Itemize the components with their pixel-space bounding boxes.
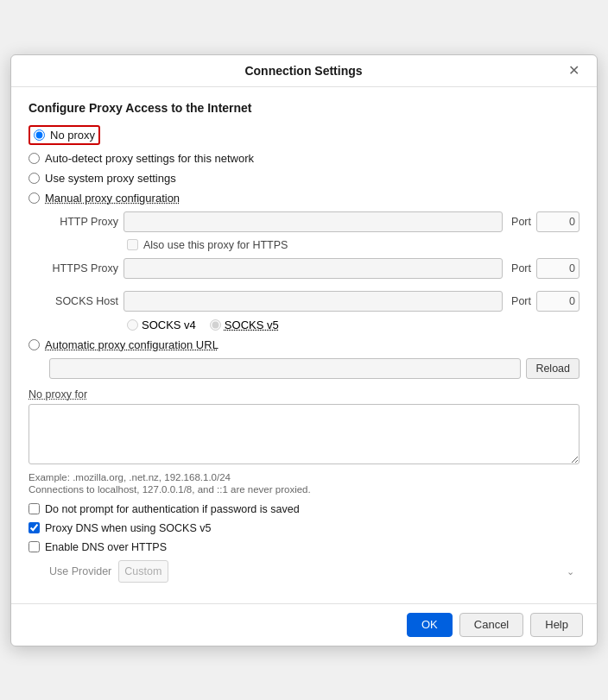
auto-proxy-url-option[interactable]: Automatic proxy configuration URL <box>28 338 580 351</box>
bottom-checkboxes: Do not prompt for authentication if pass… <box>28 503 580 583</box>
http-proxy-label: HTTP Proxy <box>49 216 118 228</box>
section-title: Configure Proxy Access to the Internet <box>28 101 580 115</box>
socks-v5-label[interactable]: SOCKS v5 <box>225 318 279 331</box>
https-proxy-label: HTTPS Proxy <box>49 262 118 274</box>
also-use-https-row: Also use this proxy for HTTPS <box>127 239 580 251</box>
manual-proxy-label[interactable]: Manual proxy configuration <box>45 192 180 205</box>
dialog-body: Configure Proxy Access to the Internet N… <box>11 87 597 596</box>
socks-v4-option[interactable]: SOCKS v4 <box>127 318 196 331</box>
reload-button[interactable]: Reload <box>526 358 580 379</box>
auto-detect-label[interactable]: Auto-detect proxy settings for this netw… <box>45 152 254 165</box>
auto-proxy-label[interactable]: Automatic proxy configuration URL <box>45 338 218 351</box>
auto-proxy-input-row: Reload <box>49 358 580 379</box>
proxy-dns-text: Proxy DNS when using SOCKS v5 <box>45 522 211 534</box>
enable-dns-https-checkbox[interactable] <box>28 541 40 552</box>
enable-dns-https-label[interactable]: Enable DNS over HTTPS <box>45 541 167 553</box>
socks-v5-option[interactable]: SOCKS v5 <box>210 318 279 331</box>
also-use-https-label[interactable]: Also use this proxy for HTTPS <box>143 239 288 251</box>
no-auth-prompt-label[interactable]: Do not prompt for authentication if pass… <box>45 503 300 515</box>
cancel-button[interactable]: Cancel <box>459 613 523 637</box>
socks-host-input[interactable] <box>124 291 503 312</box>
no-auth-prompt-checkbox[interactable] <box>28 503 40 514</box>
dialog-title: Connection Settings <box>42 64 565 78</box>
connection-settings-dialog: Connection Settings ✕ Configure Proxy Ac… <box>10 54 598 646</box>
socks-port-label: Port <box>511 295 531 307</box>
auto-detect-option[interactable]: Auto-detect proxy settings for this netw… <box>28 152 580 165</box>
https-port-input[interactable] <box>536 258 580 279</box>
socks-host-label: SOCKS Host <box>49 295 118 307</box>
use-provider-row: Use Provider Custom ⌄ <box>49 560 580 583</box>
provider-select-wrapper: Custom ⌄ <box>118 560 580 583</box>
https-proxy-input[interactable] <box>124 258 503 279</box>
auto-proxy-radio[interactable] <box>28 339 40 350</box>
socks-v5-radio[interactable] <box>210 319 221 331</box>
ok-button[interactable]: OK <box>407 613 453 637</box>
help-button[interactable]: Help <box>530 613 583 637</box>
system-proxy-label[interactable]: Use system proxy settings <box>45 172 176 185</box>
enable-dns-https-text: Enable DNS over HTTPS <box>45 541 167 553</box>
no-auth-prompt-row: Do not prompt for authentication if pass… <box>28 503 580 515</box>
auto-proxy-url-input[interactable] <box>49 358 521 379</box>
manual-proxy-radio[interactable] <box>28 192 40 204</box>
provider-select[interactable]: Custom <box>118 560 168 583</box>
http-port-input[interactable] <box>536 211 580 232</box>
no-proxy-radio[interactable] <box>34 129 45 141</box>
enable-dns-https-row: Enable DNS over HTTPS <box>28 541 580 553</box>
http-proxy-row: HTTP Proxy Port <box>49 211 580 232</box>
use-provider-label: Use Provider <box>49 565 111 577</box>
http-proxy-input[interactable] <box>124 211 503 232</box>
proxy-dns-row: Proxy DNS when using SOCKS v5 <box>28 522 580 534</box>
http-port-label: Port <box>511 216 531 228</box>
manual-proxy-fields: HTTP Proxy Port Also use this proxy for … <box>49 211 580 331</box>
socks-version-row: SOCKS v4 SOCKS v5 <box>127 318 580 331</box>
proxy-dns-label[interactable]: Proxy DNS when using SOCKS v5 <box>45 522 211 534</box>
socks-host-row: SOCKS Host Port <box>49 291 580 312</box>
no-proxy-label[interactable]: No proxy <box>50 129 95 142</box>
auto-detect-radio[interactable] <box>28 153 40 164</box>
socks-v4-label[interactable]: SOCKS v4 <box>142 318 196 331</box>
close-button[interactable]: ✕ <box>565 64 583 78</box>
https-port-label: Port <box>511 262 531 274</box>
manual-proxy-option[interactable]: Manual proxy configuration <box>28 192 580 205</box>
no-proxy-option[interactable]: No proxy <box>28 125 100 145</box>
socks-v4-radio[interactable] <box>127 319 138 331</box>
socks-port-input[interactable] <box>536 291 580 312</box>
system-proxy-option[interactable]: Use system proxy settings <box>28 172 580 185</box>
no-proxy-for-label: No proxy for <box>28 388 87 400</box>
hint-example: Example: .mozilla.org, .net.nz, 192.168.… <box>28 472 580 482</box>
system-proxy-radio[interactable] <box>28 173 40 184</box>
hint-localhost: Connections to localhost, 127.0.0.1/8, a… <box>28 484 580 495</box>
https-proxy-row: HTTPS Proxy Port <box>49 258 580 279</box>
also-use-https-checkbox[interactable] <box>127 239 138 250</box>
chevron-down-icon: ⌄ <box>567 565 574 577</box>
dialog-header: Connection Settings ✕ <box>11 55 597 87</box>
dialog-footer: OK Cancel Help <box>11 603 597 646</box>
proxy-dns-checkbox[interactable] <box>28 522 40 533</box>
no-proxy-textarea[interactable] <box>28 404 580 464</box>
